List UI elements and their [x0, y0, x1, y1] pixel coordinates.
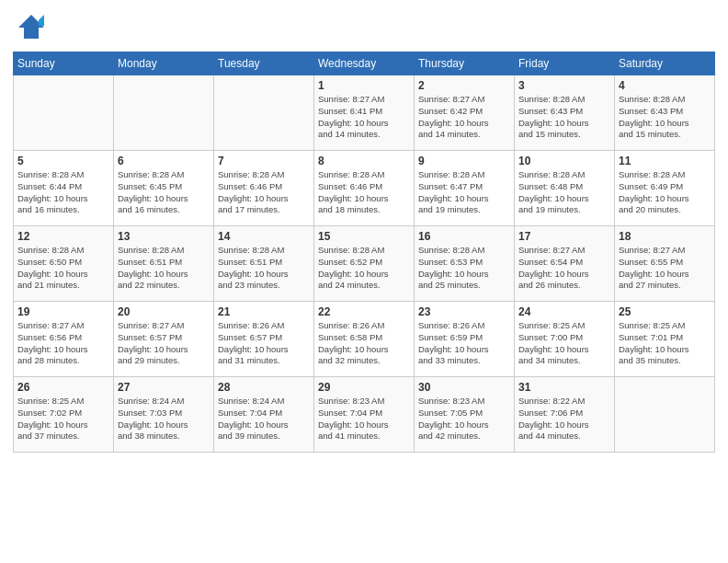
calendar-week-2: 5Sunrise: 8:28 AM Sunset: 6:44 PM Daylig…: [14, 151, 715, 226]
calendar-cell: 6Sunrise: 8:28 AM Sunset: 6:45 PM Daylig…: [114, 151, 214, 226]
calendar-cell: 13Sunrise: 8:28 AM Sunset: 6:51 PM Dayli…: [114, 226, 214, 302]
day-info: Sunrise: 8:23 AM Sunset: 7:05 PM Dayligh…: [418, 396, 510, 442]
day-info: Sunrise: 8:28 AM Sunset: 6:43 PM Dayligh…: [619, 94, 711, 141]
calendar-cell: 29Sunrise: 8:23 AM Sunset: 7:04 PM Dayli…: [314, 377, 415, 453]
day-info: Sunrise: 8:24 AM Sunset: 7:03 PM Dayligh…: [118, 396, 210, 442]
day-number: 16: [418, 230, 510, 243]
calendar-cell: 8Sunrise: 8:28 AM Sunset: 6:46 PM Daylig…: [314, 151, 415, 226]
day-info: Sunrise: 8:27 AM Sunset: 6:54 PM Dayligh…: [518, 245, 610, 292]
calendar-cell: 3Sunrise: 8:28 AM Sunset: 6:43 PM Daylig…: [515, 75, 615, 151]
day-info: Sunrise: 8:28 AM Sunset: 6:53 PM Dayligh…: [418, 245, 510, 292]
header-day-friday: Friday: [515, 52, 615, 75]
day-number: 9: [418, 155, 510, 167]
day-info: Sunrise: 8:28 AM Sunset: 6:46 PM Dayligh…: [318, 169, 410, 216]
calendar-cell: 20Sunrise: 8:27 AM Sunset: 6:57 PM Dayli…: [114, 302, 214, 377]
header-row: SundayMondayTuesdayWednesdayThursdayFrid…: [14, 52, 715, 75]
calendar-cell: 28Sunrise: 8:24 AM Sunset: 7:04 PM Dayli…: [214, 377, 314, 453]
day-number: 13: [118, 230, 210, 243]
day-info: Sunrise: 8:23 AM Sunset: 7:04 PM Dayligh…: [318, 396, 410, 442]
calendar-body: 1Sunrise: 8:27 AM Sunset: 6:41 PM Daylig…: [14, 75, 715, 453]
day-number: 19: [17, 305, 109, 318]
calendar-cell: 18Sunrise: 8:27 AM Sunset: 6:55 PM Dayli…: [615, 226, 715, 302]
day-number: 2: [418, 79, 510, 92]
day-number: 20: [118, 305, 210, 318]
calendar-table: SundayMondayTuesdayWednesdayThursdayFrid…: [13, 52, 715, 453]
day-number: 23: [418, 305, 510, 318]
day-info: Sunrise: 8:28 AM Sunset: 6:45 PM Dayligh…: [118, 169, 210, 216]
day-number: 28: [218, 381, 310, 394]
day-number: 21: [218, 305, 310, 318]
header-day-thursday: Thursday: [415, 52, 515, 75]
calendar-cell: 22Sunrise: 8:26 AM Sunset: 6:58 PM Dayli…: [314, 302, 415, 377]
day-info: Sunrise: 8:22 AM Sunset: 7:06 PM Dayligh…: [518, 396, 610, 442]
day-info: Sunrise: 8:25 AM Sunset: 7:02 PM Dayligh…: [17, 396, 109, 442]
day-info: Sunrise: 8:28 AM Sunset: 6:51 PM Dayligh…: [118, 245, 210, 292]
day-number: 17: [518, 230, 610, 243]
day-info: Sunrise: 8:27 AM Sunset: 6:41 PM Dayligh…: [318, 94, 410, 141]
calendar-cell: 24Sunrise: 8:25 AM Sunset: 7:00 PM Dayli…: [515, 302, 615, 377]
day-number: 15: [318, 230, 410, 243]
day-number: 5: [17, 155, 109, 167]
day-info: Sunrise: 8:27 AM Sunset: 6:56 PM Dayligh…: [17, 320, 109, 367]
day-info: Sunrise: 8:27 AM Sunset: 6:42 PM Dayligh…: [418, 94, 510, 141]
day-info: Sunrise: 8:26 AM Sunset: 6:58 PM Dayligh…: [318, 320, 410, 367]
calendar-week-4: 19Sunrise: 8:27 AM Sunset: 6:56 PM Dayli…: [14, 302, 715, 377]
day-info: Sunrise: 8:28 AM Sunset: 6:47 PM Dayligh…: [418, 169, 510, 216]
calendar-cell: 4Sunrise: 8:28 AM Sunset: 6:43 PM Daylig…: [615, 75, 715, 151]
day-info: Sunrise: 8:25 AM Sunset: 7:01 PM Dayligh…: [619, 320, 711, 367]
day-number: 10: [518, 155, 610, 167]
day-info: Sunrise: 8:28 AM Sunset: 6:48 PM Dayligh…: [518, 169, 610, 216]
day-info: Sunrise: 8:27 AM Sunset: 6:55 PM Dayligh…: [619, 245, 711, 292]
day-number: 6: [118, 155, 210, 167]
day-info: Sunrise: 8:26 AM Sunset: 6:57 PM Dayligh…: [218, 320, 310, 367]
day-number: 7: [218, 155, 310, 167]
page-header: [13, 9, 715, 44]
day-number: 1: [318, 79, 410, 92]
day-number: 25: [619, 305, 711, 318]
header-day-tuesday: Tuesday: [214, 52, 314, 75]
day-number: 4: [619, 79, 711, 92]
calendar-week-1: 1Sunrise: 8:27 AM Sunset: 6:41 PM Daylig…: [14, 75, 715, 151]
calendar-cell: 1Sunrise: 8:27 AM Sunset: 6:41 PM Daylig…: [314, 75, 415, 151]
header-day-monday: Monday: [114, 52, 214, 75]
calendar-cell: 21Sunrise: 8:26 AM Sunset: 6:57 PM Dayli…: [214, 302, 314, 377]
calendar-cell: 10Sunrise: 8:28 AM Sunset: 6:48 PM Dayli…: [515, 151, 615, 226]
day-number: 26: [17, 381, 109, 394]
day-info: Sunrise: 8:26 AM Sunset: 6:59 PM Dayligh…: [418, 320, 510, 367]
day-number: 3: [518, 79, 610, 92]
calendar-cell: 25Sunrise: 8:25 AM Sunset: 7:01 PM Dayli…: [615, 302, 715, 377]
calendar-cell: 14Sunrise: 8:28 AM Sunset: 6:51 PM Dayli…: [214, 226, 314, 302]
day-info: Sunrise: 8:28 AM Sunset: 6:50 PM Dayligh…: [17, 245, 109, 292]
header-day-wednesday: Wednesday: [314, 52, 415, 75]
day-info: Sunrise: 8:28 AM Sunset: 6:51 PM Dayligh…: [218, 245, 310, 292]
day-info: Sunrise: 8:27 AM Sunset: 6:57 PM Dayligh…: [118, 320, 210, 367]
logo: [13, 9, 51, 44]
calendar-cell: 23Sunrise: 8:26 AM Sunset: 6:59 PM Dayli…: [415, 302, 515, 377]
day-number: 27: [118, 381, 210, 394]
calendar-cell: [615, 377, 715, 453]
header-day-saturday: Saturday: [615, 52, 715, 75]
calendar-cell: 26Sunrise: 8:25 AM Sunset: 7:02 PM Dayli…: [14, 377, 114, 453]
day-number: 31: [518, 381, 610, 394]
calendar-cell: 12Sunrise: 8:28 AM Sunset: 6:50 PM Dayli…: [14, 226, 114, 302]
day-number: 29: [318, 381, 410, 394]
header-day-sunday: Sunday: [14, 52, 114, 75]
day-number: 30: [418, 381, 510, 394]
calendar-cell: 2Sunrise: 8:27 AM Sunset: 6:42 PM Daylig…: [415, 75, 515, 151]
calendar-cell: 7Sunrise: 8:28 AM Sunset: 6:46 PM Daylig…: [214, 151, 314, 226]
calendar-cell: 15Sunrise: 8:28 AM Sunset: 6:52 PM Dayli…: [314, 226, 415, 302]
calendar-cell: 17Sunrise: 8:27 AM Sunset: 6:54 PM Dayli…: [515, 226, 615, 302]
calendar-cell: 19Sunrise: 8:27 AM Sunset: 6:56 PM Dayli…: [14, 302, 114, 377]
calendar-cell: 30Sunrise: 8:23 AM Sunset: 7:05 PM Dayli…: [415, 377, 515, 453]
day-number: 18: [619, 230, 711, 243]
day-info: Sunrise: 8:28 AM Sunset: 6:46 PM Dayligh…: [218, 169, 310, 216]
day-info: Sunrise: 8:25 AM Sunset: 7:00 PM Dayligh…: [518, 320, 610, 367]
day-info: Sunrise: 8:28 AM Sunset: 6:44 PM Dayligh…: [17, 169, 109, 216]
calendar-header: SundayMondayTuesdayWednesdayThursdayFrid…: [14, 52, 715, 75]
calendar-cell: 31Sunrise: 8:22 AM Sunset: 7:06 PM Dayli…: [515, 377, 615, 453]
calendar-cell: [214, 75, 314, 151]
calendar-week-3: 12Sunrise: 8:28 AM Sunset: 6:50 PM Dayli…: [14, 226, 715, 302]
calendar-cell: 27Sunrise: 8:24 AM Sunset: 7:03 PM Dayli…: [114, 377, 214, 453]
day-number: 12: [17, 230, 109, 243]
calendar-week-5: 26Sunrise: 8:25 AM Sunset: 7:02 PM Dayli…: [14, 377, 715, 453]
